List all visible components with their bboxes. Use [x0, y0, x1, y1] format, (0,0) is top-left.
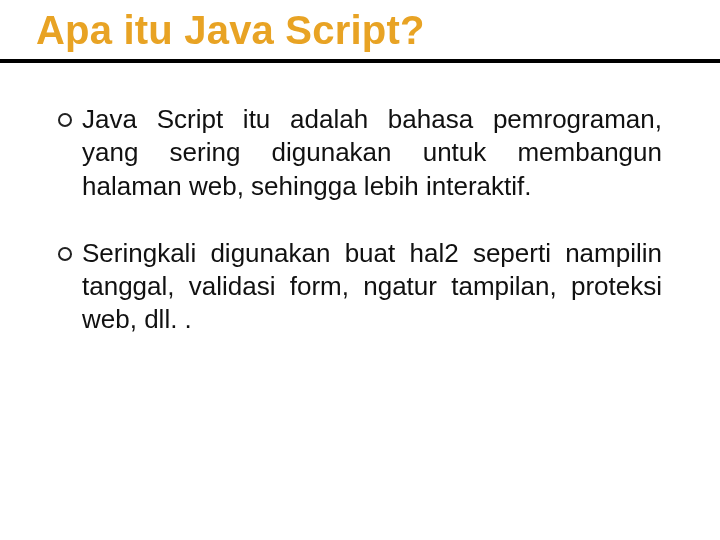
circle-bullet-icon [58, 247, 72, 261]
bullet-text: Java Script itu adalah bahasa pemrograma… [82, 103, 662, 203]
title-rule [0, 59, 720, 63]
content-area: Java Script itu adalah bahasa pemrograma… [0, 103, 720, 337]
bullet-text: Seringkali digunakan buat hal2 seperti n… [82, 237, 662, 337]
title-area: Apa itu Java Script? [0, 0, 720, 59]
slide: Apa itu Java Script? Java Script itu ada… [0, 0, 720, 540]
list-item: Java Script itu adalah bahasa pemrograma… [58, 103, 662, 203]
circle-bullet-icon [58, 113, 72, 127]
list-item: Seringkali digunakan buat hal2 seperti n… [58, 237, 662, 337]
slide-title: Apa itu Java Script? [36, 8, 684, 59]
